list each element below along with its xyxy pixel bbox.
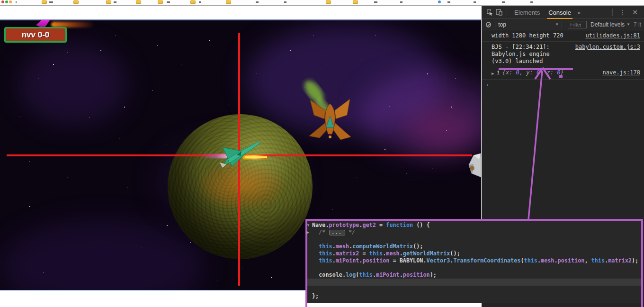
bookmark-folder-icon[interactable] [136, 0, 141, 4]
bookmark-folder-icon[interactable] [158, 0, 163, 4]
object-preview: i{x: 0, y: 0, z: 0} [496, 69, 599, 76]
tab-console[interactable]: Console [544, 6, 575, 19]
source-link[interactable]: utilidades.js:81 [585, 32, 640, 39]
code-snippet-overlay: ▼ ▶ Nave.prototype.get2 = function () { … [305, 219, 643, 307]
chevron-down-icon: ▼ [626, 22, 630, 27]
chevron-down-icon: ▼ [555, 22, 559, 27]
bookmark-label[interactable] [167, 1, 170, 3]
bookmark-label[interactable] [400, 1, 402, 3]
console-toolbar: top ▼ Default levels ▼ 7 it [482, 19, 644, 30]
bookmark-folder-icon[interactable] [106, 0, 111, 4]
code-line [307, 279, 641, 286]
code-expand-closed-icon[interactable]: ▶ [306, 230, 309, 235]
bookmark-label[interactable] [114, 1, 116, 3]
bookmark-label[interactable] [16, 1, 17, 3]
execution-context-selector[interactable]: top ▼ [498, 21, 559, 28]
code-line: /* ... */ [307, 229, 641, 236]
divider [612, 9, 613, 16]
bookmark-label[interactable] [284, 1, 286, 3]
bookmark-label[interactable] [256, 1, 259, 3]
console-message: BJS - [22:34:21]:Babylon.js engine (v3.0… [482, 42, 644, 67]
devtools-close-icon[interactable]: ✕ [629, 9, 641, 16]
code-line: Nave.prototype.get2 = function () { [307, 222, 641, 229]
collapsed-code-badge[interactable]: ... [329, 230, 345, 235]
nebula [407, 106, 478, 153]
tab-elements[interactable]: Elements [510, 6, 544, 19]
code-line [307, 236, 641, 243]
browser-icon[interactable] [1, 0, 4, 3]
prompt-chevron-icon: › [486, 81, 489, 89]
bookmarks-bar [0, 0, 644, 6]
more-tabs-icon[interactable]: » [575, 9, 582, 16]
code-line: this.matrix2 = this.mesh.getWorldMatrix(… [307, 250, 641, 257]
browser-icon[interactable] [9, 0, 12, 3]
log-levels-dropdown[interactable]: Default levels [590, 21, 625, 28]
tab-label: Console [548, 9, 571, 16]
browser-icon[interactable] [5, 0, 8, 3]
bookmark-label[interactable] [447, 1, 450, 3]
bookmark-folder-icon[interactable] [190, 0, 196, 4]
divider [507, 9, 507, 16]
code-line: console.log(this.miPoint.position); [307, 271, 641, 279]
clear-console-icon[interactable] [486, 22, 491, 27]
bookmark-folder-icon[interactable] [326, 0, 331, 4]
console-message-text: width 1280 height 720 [492, 32, 581, 39]
devtools-header: Elements Console » ⋮ ✕ [482, 6, 644, 19]
expand-object-icon[interactable]: ▶ [492, 70, 494, 77]
bookmark-site-icon[interactable] [438, 0, 441, 3]
object-preview-body: {x: 0, y: 0, z: 0} [502, 69, 564, 76]
bookmark-label[interactable] [530, 1, 533, 3]
inspect-element-icon[interactable] [485, 8, 494, 17]
asteroid [468, 153, 481, 179]
source-link[interactable]: nave.js:178 [603, 69, 640, 76]
code-line: this.miPoint.position = BABYLON.Vector3.… [307, 257, 641, 264]
bookmarks-divider [0, 5, 644, 6]
bookmark-label[interactable] [502, 1, 505, 3]
starfield [0, 20, 1, 21]
nebula [0, 219, 204, 291]
code-line: this.mesh.computeWorldMatrix(); [307, 243, 641, 250]
devtools-menu-icon[interactable]: ⋮ [616, 9, 629, 16]
console-message-text: BJS - [22:34:21]:Babylon.js engine (v3.0… [492, 44, 572, 65]
context-label: top [498, 21, 553, 28]
console-message: ▶ i{x: 0, y: 0, z: 0} nave.js:178 [482, 67, 644, 80]
object-class-name: i [496, 69, 500, 76]
bookmark-folder-icon[interactable] [353, 0, 358, 4]
code-line: }; [307, 293, 641, 300]
hidden-items-count: 7 it [634, 21, 641, 28]
code-line [307, 264, 641, 271]
code-expand-open-icon[interactable]: ▼ [306, 223, 310, 227]
code-line [307, 286, 641, 293]
bookmark-folder-icon[interactable] [226, 0, 231, 4]
device-toolbar-icon[interactable] [494, 8, 504, 17]
nebula [19, 44, 128, 125]
console-message: width 1280 height 720 utilidades.js:81 [482, 30, 644, 42]
source-link[interactable]: babylon.custom.js:3 [575, 44, 640, 51]
hud-ship-label: nvv 0-0 [4, 27, 67, 43]
bookmark-label[interactable] [374, 1, 377, 3]
bookmark-label[interactable] [49, 1, 53, 3]
bookmark-folder-icon[interactable] [73, 0, 79, 4]
tab-label: Elements [514, 9, 540, 16]
bookmark-folder-icon[interactable] [42, 0, 47, 4]
divider [562, 21, 562, 28]
console-filter-input[interactable] [568, 21, 587, 28]
code-lines: Nave.prototype.get2 = function () { /* .… [307, 221, 641, 303]
bookmark-label[interactable] [199, 1, 201, 3]
bookmark-label[interactable] [474, 1, 476, 3]
console-prompt[interactable]: › [482, 80, 644, 90]
divider [495, 21, 495, 28]
hud-ship-label-text: nvv 0-0 [22, 30, 50, 40]
enemy-ship [301, 77, 355, 143]
player-ship [213, 139, 262, 171]
